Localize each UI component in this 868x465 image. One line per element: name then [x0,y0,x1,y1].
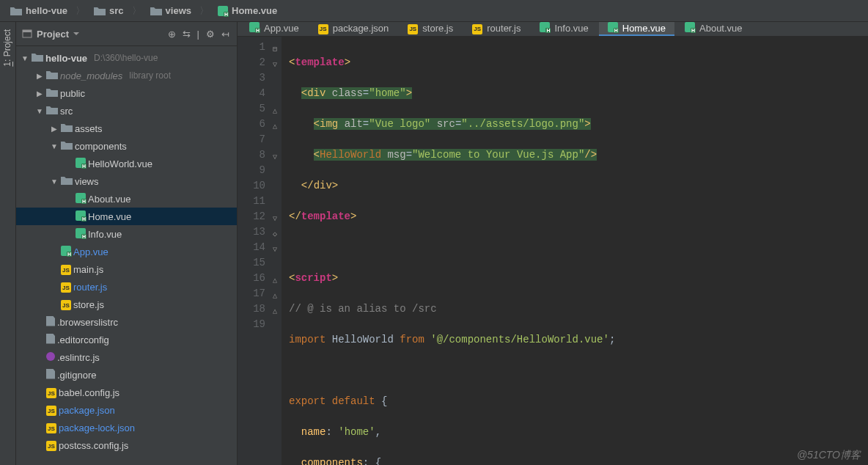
code-editor[interactable]: 1⊟2▽345△6△78▽9101112▽13◇14▽1516△17△18△19… [238,37,868,465]
tree-item-assets[interactable]: ▶assets [16,120,237,137]
fold-icon[interactable]: △ [273,103,277,119]
tree-item-app-vue[interactable]: App.vue [16,243,237,260]
gutter-line[interactable]: 3 [238,70,265,86]
tree-label: main.js [73,264,103,275]
project-panel-title[interactable]: Project [22,29,79,40]
vueh-icon [76,193,86,205]
tree-item-router-js[interactable]: JSrouter.js [16,278,237,296]
tree-item--gitignore[interactable]: .gitignore [16,366,237,384]
tree-arrow[interactable]: ▼ [50,177,59,186]
tree-arrow[interactable]: ▶ [35,89,44,98]
tree-item--eslintrc-js[interactable]: .eslintrc.js [16,348,237,366]
file-icon [46,369,55,381]
code-content[interactable]: <template> <div class="home"> <img alt="… [282,37,868,465]
tree-item-postcss-config-js[interactable]: JSpostcss.config.js [16,436,237,454]
tree-item-store-js[interactable]: JSstore.js [16,296,237,313]
folder-icon [46,105,58,117]
tree-item-package-json[interactable]: JSpackage.json [16,401,237,419]
tree-item-home-vue[interactable]: Home.vue [16,208,237,225]
tree-item-package-lock-json[interactable]: JSpackage-lock.json [16,419,237,436]
tree-label: views [75,176,99,187]
breadcrumb-item[interactable]: src [91,4,147,18]
tree-item-info-vue[interactable]: Info.vue [16,225,237,243]
tree-arrow[interactable]: ▼ [21,54,29,62]
gutter-line[interactable]: 14▽ [238,240,265,255]
gutter-line[interactable]: 5△ [238,101,265,117]
gutter-line[interactable]: 11 [238,194,265,209]
hide-icon[interactable]: ↤ [220,27,231,41]
fold-icon[interactable]: △ [273,119,277,134]
gutter-line[interactable]: 17△ [238,286,265,301]
tree-label: Home.vue [88,211,131,222]
project-panel-header: Project ⊕ ⇆ | ⚙ ↤ [16,22,237,46]
tree-item-views[interactable]: ▼views [16,172,237,190]
breadcrumb-label: views [166,5,191,16]
editor-area: App.vueJSpackage.jsonJSstore.jsJSrouter.… [238,22,868,465]
gutter-line[interactable]: 16△ [238,271,265,286]
tree-item-babel-config-js[interactable]: JSbabel.config.js [16,384,237,401]
gutter-line[interactable]: 19 [238,317,265,332]
editor-tabs: App.vueJSpackage.jsonJSstore.jsJSrouter.… [238,22,868,37]
tree-item--editorconfig[interactable]: .editorconfig [16,331,237,348]
tree-arrow[interactable]: ▼ [35,107,44,115]
project-tool-tab[interactable]: 1: Project [0,22,15,74]
js-icon: JS [318,22,328,34]
fold-icon[interactable]: △ [273,273,277,288]
gutter-line[interactable]: 2▽ [238,55,265,70]
project-tree[interactable]: ▼hello-vueD:\360\hello-vue▶node_modulesl… [16,46,237,465]
gutter-line[interactable]: 15 [238,255,265,271]
gutter-line[interactable]: 13◇ [238,224,265,240]
tree-arrow[interactable]: ▼ [50,142,59,150]
tree-item-public[interactable]: ▶public [16,84,237,102]
tree-item-main-js[interactable]: JSmain.js [16,260,237,278]
tree-item-components[interactable]: ▼components [16,137,237,155]
tree-item--browserslistrc[interactable]: .browserslistrc [16,313,237,331]
gutter-line[interactable]: 6△ [238,117,265,132]
editor-tab-app-vue[interactable]: App.vue [240,22,308,36]
editor-tab-about-vue[interactable]: About.vue [676,22,751,36]
gutter-line[interactable]: 18△ [238,301,265,317]
tree-arrow[interactable]: ▶ [50,125,59,133]
gutter-line[interactable]: 7 [238,132,265,147]
locate-icon[interactable]: ⊕ [166,27,177,41]
tree-sublabel: library root [129,70,171,81]
editor-tab-home-vue[interactable]: Home.vue [599,22,674,36]
fold-icon[interactable]: ▽ [273,57,277,73]
tree-item-hello-vue[interactable]: ▼hello-vueD:\360\hello-vue [16,49,237,67]
gutter-line[interactable]: 1⊟ [238,40,265,55]
tree-item-node-modules[interactable]: ▶node_moduleslibrary root [16,67,237,84]
tree-label: node_modules [60,70,122,81]
gear-icon[interactable]: ⚙ [205,27,216,41]
gutter-line[interactable]: 12▽ [238,209,265,224]
editor-tab-router-js[interactable]: JSrouter.js [463,22,529,36]
breadcrumb-item[interactable]: views [147,4,215,18]
fold-icon[interactable]: ▽ [273,242,277,257]
tool-window-bar[interactable]: 1: Project [0,22,16,465]
gutter-line[interactable]: 4 [238,86,265,101]
fold-icon[interactable]: ◇ [273,227,277,242]
editor-tab-package-json[interactable]: JSpackage.json [309,22,398,36]
expand-icon[interactable]: ⇆ [181,27,192,41]
fold-icon[interactable]: △ [273,288,277,304]
editor-tab-info-vue[interactable]: Info.vue [531,22,597,36]
gutter-line[interactable]: 8▽ [238,147,265,163]
fold-icon[interactable]: △ [273,304,277,319]
js-icon: JS [46,404,56,417]
tree-item-src[interactable]: ▼src [16,102,237,120]
gutter-line[interactable]: 9 [238,163,265,178]
folder-icon [61,175,73,187]
tree-label: .gitignore [57,370,96,381]
breadcrumb-item[interactable]: Home.vue [215,5,291,16]
tree-arrow[interactable]: ▶ [35,72,44,80]
tree-item-helloworld-vue[interactable]: HelloWorld.vue [16,155,237,172]
gutter-line[interactable]: 10 [238,178,265,194]
tree-item-about-vue[interactable]: About.vue [16,190,237,208]
tab-label: Home.vue [622,23,666,34]
vue-file-icon [218,6,228,16]
fold-icon[interactable]: ▽ [273,211,277,227]
fold-icon[interactable]: ▽ [273,150,277,165]
fold-icon[interactable]: ⊟ [273,42,277,57]
tab-label: router.js [487,23,521,34]
breadcrumb-item[interactable]: hello-vue [7,4,91,18]
editor-tab-store-js[interactable]: JSstore.js [399,22,462,36]
